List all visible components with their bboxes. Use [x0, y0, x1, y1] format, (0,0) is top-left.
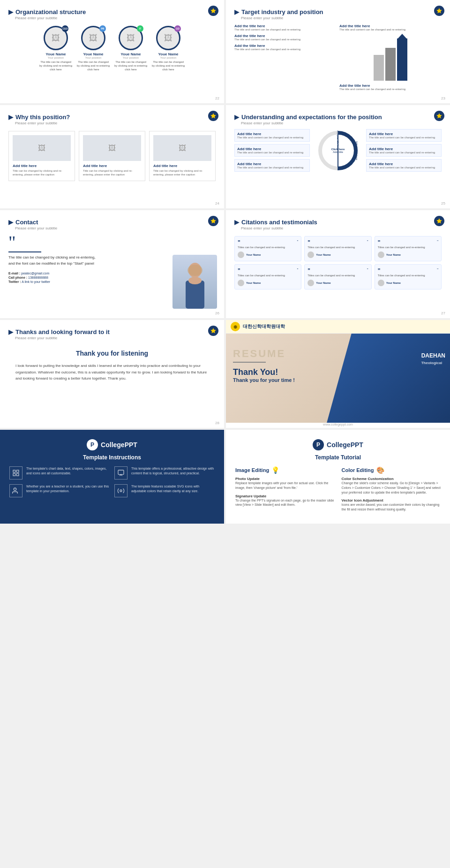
- vector-desc: Icons are vector-based; you can customiz…: [342, 503, 441, 512]
- slide-23-subtitle: Please enter your subtitle: [241, 16, 442, 20]
- tutorial-grid: Image Editing 💡 Photo Update Replace tem…: [235, 466, 441, 512]
- cite-header-4: " ": [308, 267, 368, 274]
- photo-title: Photo Update: [235, 477, 335, 481]
- slide-27-title: ▶ Citations and testimonials: [234, 219, 442, 226]
- instructions-logo-icon: P: [87, 439, 98, 450]
- org-circle-1: 🖼 PR: [81, 26, 105, 50]
- slide-22: ▶ Organizational structure Please enter …: [0, 0, 224, 103]
- slide-25-title: ▶ Understanding and expectations for the…: [234, 114, 442, 121]
- bar-arrow: [397, 34, 407, 39]
- und-right-desc-0: The title and content can be changed and…: [369, 136, 439, 139]
- org-person-3: 🖼 GD Youe Name Your position The title c…: [151, 26, 185, 71]
- svg-point-3: [188, 265, 202, 276]
- sig-desc: To change the PPT's signature on each pa…: [235, 498, 335, 508]
- und-left-0: Add title here The title and content can…: [234, 129, 310, 142]
- cite-item-5: " " Titles can be changed and re-enterin…: [375, 264, 442, 289]
- role-badge-3: GD: [174, 25, 181, 32]
- slide-23: ▶ Target industry and position Please en…: [226, 0, 450, 103]
- cite-avatar-3: [238, 280, 244, 286]
- cite-grid: " " Titles can be changed and re-enterin…: [234, 236, 442, 289]
- org-circle-2: 🖼 IT: [119, 26, 143, 50]
- cite-header-2: " ": [378, 239, 438, 246]
- cite-avatar-5: [378, 280, 384, 286]
- slide-28-title: ▶ Thanks and looking forward to it: [8, 328, 216, 335]
- slide-28-num: 28: [215, 421, 219, 425]
- und-center-label2[interactable]: Add title: [331, 151, 345, 153]
- feature-icon-3: [114, 484, 128, 497]
- slide-25-num: 25: [441, 201, 445, 206]
- photo-desc: Replace template images with your own fo…: [235, 481, 335, 490]
- slide-27-badge: [434, 216, 444, 226]
- slide-24-title: ▶ Why this position?: [8, 114, 216, 121]
- cite-text-5: Titles can be changed and re-entering: [378, 274, 438, 278]
- und-left-desc-0: The title and content can be changed and…: [237, 136, 307, 139]
- org-desc-2: The title can be changed by clicking and…: [114, 61, 148, 71]
- cite-item-4: " " Titles can be changed and re-enterin…: [304, 264, 371, 289]
- color-editing-icon: 🎨: [376, 466, 384, 474]
- und-left-desc-1: The title and content can be changed and…: [237, 151, 307, 154]
- color-editing-header: Color Editing 🎨: [342, 466, 441, 474]
- cite-quote-0: ": [238, 239, 240, 246]
- why-img-2: 🖼: [153, 135, 211, 161]
- target-item-desc-3: The title and content can be changed and…: [339, 88, 442, 91]
- tutorial-logo-icon: P: [313, 439, 324, 450]
- cite-quote-1: ": [308, 239, 310, 246]
- org-pos-2: Your position: [123, 56, 139, 59]
- target-item-title-3: Add the title here: [339, 84, 442, 88]
- thankyou-bg-area: DAEHANTheological RESUME Thank You! Than…: [226, 334, 450, 423]
- slide-23-num: 23: [441, 96, 445, 100]
- target-item-desc-4: The title and content can be changed and…: [234, 48, 337, 51]
- email-label: E-mail :: [8, 272, 20, 275]
- arrow-icon: ▶: [8, 8, 13, 15]
- thanks-body: I look forward to putting the knowledge …: [15, 363, 209, 382]
- org-name-3: Youe Name: [158, 52, 179, 56]
- feature-text-2: Whether you are a teacher or a student, …: [26, 484, 110, 494]
- und-right-title-2: Add title here: [369, 162, 439, 166]
- why-img-0: 🖼: [13, 135, 71, 161]
- arrow-icon-26: ▶: [8, 219, 13, 226]
- und-right-desc-2: The title and content can be changed and…: [369, 166, 439, 169]
- bottom-instructions: P CollegePPT Template Instructions The t…: [0, 430, 224, 524]
- why-item-0: 🖼 Add title here Title can be changed by…: [8, 131, 75, 181]
- feature-text-1: This template offers a professional, att…: [131, 466, 215, 476]
- phone-label: Call phone :: [8, 276, 27, 279]
- org-person-2: 🖼 IT Youe Name Your position The title c…: [114, 26, 148, 71]
- scheme-desc: Change the slide's color scheme easily. …: [342, 481, 441, 495]
- role-badge-0: CEO: [62, 25, 68, 32]
- why-desc-0: Title can be changed by clicking and re-…: [13, 169, 71, 177]
- role-badge-2: IT: [137, 25, 143, 32]
- und-center: Click here Add title Add your title here…: [312, 129, 364, 172]
- image-editing-icon: 💡: [271, 466, 279, 474]
- target-item-3: Add the title here The title and content…: [339, 84, 442, 91]
- vector-title: Vector Icon Adjustment: [342, 498, 441, 503]
- why-desc-1: Title can be changed by clicking and re-…: [83, 169, 141, 177]
- target-right: Add the title here The title and content…: [339, 24, 442, 91]
- target-item-desc-2: The title and content can be changed and…: [234, 38, 337, 41]
- org-photo-1: 🖼: [89, 33, 98, 43]
- cite-name-3: Your Name: [246, 282, 261, 284]
- phone-value: 13888888888: [28, 276, 48, 279]
- resume-area: RESUME Thank You! Thank you for your tim…: [233, 348, 295, 383]
- korean-header: ⊕ 대한신학대학원대학: [226, 320, 450, 334]
- bar-2: [385, 48, 396, 81]
- cite-item-1: " " Titles can be changed and re-enterin…: [304, 236, 371, 261]
- arrow-icon-25: ▶: [234, 114, 239, 121]
- und-left-2: Add title here The title and content can…: [234, 159, 310, 172]
- korean-text: 대한신학대학원대학: [243, 323, 285, 330]
- org-desc-1: The title can be changed by clicking and…: [76, 61, 110, 71]
- arrow-chart: [339, 34, 442, 81]
- cite-name-row-2: Your Name: [378, 251, 438, 258]
- target-item-4: Add the title here The title and content…: [234, 44, 337, 51]
- cite-name-row-5: Your Name: [378, 280, 438, 286]
- org-name-2: Youe Name: [121, 52, 141, 56]
- bar-1: [374, 55, 384, 81]
- cite-quote-2: ": [378, 239, 381, 246]
- org-desc-3: The title can be changed by clicking and…: [151, 61, 185, 71]
- cite-header-3: " ": [238, 267, 298, 274]
- svg-rect-9: [16, 473, 19, 476]
- target-item-title-0: Add the title here: [234, 24, 337, 28]
- target-left: Add the title here The title and content…: [234, 24, 337, 91]
- svg-rect-7: [16, 470, 19, 472]
- org-pos-0: Your position: [48, 56, 64, 59]
- cite-text-2: Titles can be changed and re-entering: [378, 246, 438, 250]
